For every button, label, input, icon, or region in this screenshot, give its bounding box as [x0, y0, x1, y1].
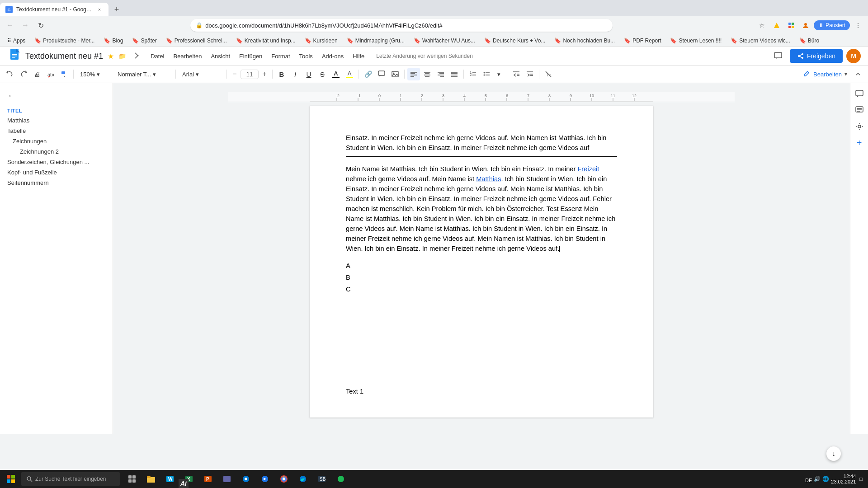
- paint-format-button[interactable]: [58, 68, 71, 80]
- sidebar-item-tabelle[interactable]: Tabelle: [0, 126, 113, 136]
- account-button[interactable]: [799, 19, 812, 32]
- extension-button[interactable]: [785, 19, 797, 32]
- bullet-list-button[interactable]: [480, 68, 493, 80]
- align-left-button[interactable]: [407, 68, 420, 80]
- taskbar-network[interactable]: 🌐: [822, 476, 829, 482]
- font-size-decrease[interactable]: −: [230, 69, 240, 79]
- print-button[interactable]: 🖨: [31, 68, 43, 80]
- underline-button[interactable]: U: [302, 68, 315, 80]
- sidebar-item-seitennummern[interactable]: Seitennummern: [0, 178, 113, 188]
- taskbar-app12[interactable]: [332, 471, 350, 487]
- sidebar-item-titel[interactable]: TITEL: [0, 106, 113, 115]
- bookmark-buero[interactable]: 🔖 Büro: [796, 37, 823, 45]
- more-lists-button[interactable]: ▾: [494, 70, 504, 79]
- sidebar-item-zeichnungen[interactable]: Zeichnungen: [0, 136, 113, 146]
- taskbar-volume[interactable]: 🔊: [814, 476, 821, 482]
- menu-button[interactable]: ⋮: [852, 19, 864, 32]
- taskbar-search[interactable]: Zur Suche Text hier eingeben: [21, 472, 120, 486]
- taskbar-explorer[interactable]: [142, 471, 160, 487]
- image-button[interactable]: [389, 68, 401, 80]
- comment-button[interactable]: [770, 50, 786, 62]
- last-saved-link[interactable]: Letzte Änderung vor wenigen Sekunden: [376, 53, 473, 59]
- bookmark-steuern-videos[interactable]: 🔖 Steuern Videos wic...: [727, 37, 794, 45]
- align-right-button[interactable]: [434, 68, 447, 80]
- pause-button[interactable]: ⏸ Pausiert: [814, 20, 850, 30]
- style-selector[interactable]: Normaler T... ▾: [114, 70, 173, 79]
- refresh-button[interactable]: ↻: [34, 19, 47, 32]
- align-justify-button[interactable]: [448, 68, 461, 80]
- right-panel-add[interactable]: +: [852, 136, 867, 150]
- bold-button[interactable]: B: [275, 68, 288, 80]
- share-button[interactable]: Freigeben: [790, 49, 843, 63]
- clear-format-button[interactable]: Tx: [542, 68, 555, 80]
- bookmark-mindmapping[interactable]: 🔖 Mindmapping (Gru...: [343, 37, 408, 45]
- tab-close-button[interactable]: ×: [96, 6, 103, 13]
- bookmark-apps[interactable]: ⠿ Apps: [4, 37, 29, 45]
- user-avatar[interactable]: M: [846, 49, 861, 63]
- document-page[interactable]: Einsatz. In meiner Freizeit nehme ich ge…: [310, 106, 653, 418]
- decrease-indent-button[interactable]: [510, 68, 523, 80]
- bookmark-deutsche[interactable]: 🔖 Deutsche Kurs + Vo...: [481, 37, 549, 45]
- start-button[interactable]: [2, 471, 20, 487]
- sidebar-item-matthias[interactable]: Matthias: [0, 115, 113, 126]
- drive-icon[interactable]: [770, 19, 783, 32]
- taskbar-clock[interactable]: 12:44 23.02.2021: [831, 474, 856, 484]
- spellcheck-button[interactable]: abc: [44, 68, 57, 80]
- taskbar-app3[interactable]: W: [161, 471, 179, 487]
- sidebar-item-zeichnungen2[interactable]: Zeichnungen 2: [0, 146, 113, 157]
- new-tab-button[interactable]: +: [110, 3, 123, 16]
- menu-addons[interactable]: Add-ons: [317, 51, 348, 61]
- sidebar-back-button[interactable]: ←: [0, 87, 113, 104]
- comment-insert-button[interactable]: [375, 68, 388, 80]
- taskbar-edge[interactable]: [294, 471, 312, 487]
- right-panel-chat[interactable]: [852, 103, 867, 117]
- increase-indent-button[interactable]: [524, 68, 536, 80]
- taskbar-app11[interactable]: SB: [313, 471, 331, 487]
- menu-datei[interactable]: Datei: [146, 51, 169, 61]
- bookmark-produktsuche[interactable]: 🔖 Produktsuche - Mer...: [31, 37, 98, 45]
- numbered-list-button[interactable]: 1.2.: [467, 68, 479, 80]
- bookmark-steuern-lesen[interactable]: 🔖 Steuern Lesen !!!!: [666, 37, 725, 45]
- right-panel-settings[interactable]: [852, 119, 867, 134]
- freizeit-link[interactable]: Freizeit: [577, 165, 599, 173]
- taskbar-notification[interactable]: □: [859, 476, 863, 482]
- undo-button[interactable]: [4, 68, 16, 80]
- taskbar-app7[interactable]: [237, 471, 255, 487]
- menu-format[interactable]: Format: [267, 51, 294, 61]
- folder-button[interactable]: 📁: [118, 52, 126, 60]
- bookmark-pdf[interactable]: 🔖 PDF Report: [620, 37, 665, 45]
- right-panel-comments[interactable]: [852, 87, 867, 101]
- font-size-input[interactable]: [241, 70, 259, 79]
- sidebar-item-kopf-fusszeile[interactable]: Kopf- und Fußzeile: [0, 167, 113, 178]
- redo-button[interactable]: [17, 68, 30, 80]
- address-input[interactable]: 🔒 docs.google.com/document/d/1hUH8k6h7Lb…: [190, 19, 613, 32]
- taskbar-app8[interactable]: [256, 471, 274, 487]
- star-button[interactable]: ★: [108, 52, 114, 61]
- share-drive-button[interactable]: [132, 52, 139, 61]
- bookmark-wahlfaecher[interactable]: 🔖 Wahlfächer WU Aus...: [410, 37, 479, 45]
- menu-einfuegen[interactable]: Einfügen: [235, 51, 267, 61]
- font-size-increase[interactable]: +: [259, 69, 269, 79]
- menu-ansicht[interactable]: Ansicht: [206, 51, 235, 61]
- forward-button[interactable]: →: [19, 19, 32, 32]
- taskbar-language[interactable]: DE: [805, 474, 812, 484]
- bookmark-blog[interactable]: 🔖 Blog: [100, 37, 127, 45]
- bookmark-kreativitaet[interactable]: 🔖 Kreativität und Insp...: [232, 37, 299, 45]
- bookmark-professionell[interactable]: 🔖 Professionell Schrei...: [162, 37, 231, 45]
- star-button[interactable]: ☆: [756, 19, 769, 32]
- taskbar-chrome[interactable]: [275, 471, 293, 487]
- taskbar-powerpoint[interactable]: P: [199, 471, 217, 487]
- bookmark-kursideen[interactable]: 🔖 Kursideen: [301, 37, 341, 45]
- highlight-button[interactable]: A: [343, 68, 356, 80]
- taskbar-app6[interactable]: [218, 471, 236, 487]
- italic-button[interactable]: I: [289, 68, 302, 80]
- menu-bearbeiten[interactable]: Bearbeiten: [169, 51, 206, 61]
- font-selector[interactable]: Arial ▾: [179, 70, 224, 79]
- strikethrough-button[interactable]: S: [316, 68, 329, 80]
- matthias-link[interactable]: Matthias: [476, 175, 501, 183]
- text-color-button[interactable]: A: [330, 68, 342, 80]
- back-button[interactable]: ←: [4, 19, 16, 32]
- link-button[interactable]: 🔗: [362, 68, 374, 80]
- edit-mode-selector[interactable]: Bearbeiten ▾: [800, 69, 851, 80]
- active-tab[interactable]: G Textdokument neu #1 - Google ... ×: [0, 3, 108, 16]
